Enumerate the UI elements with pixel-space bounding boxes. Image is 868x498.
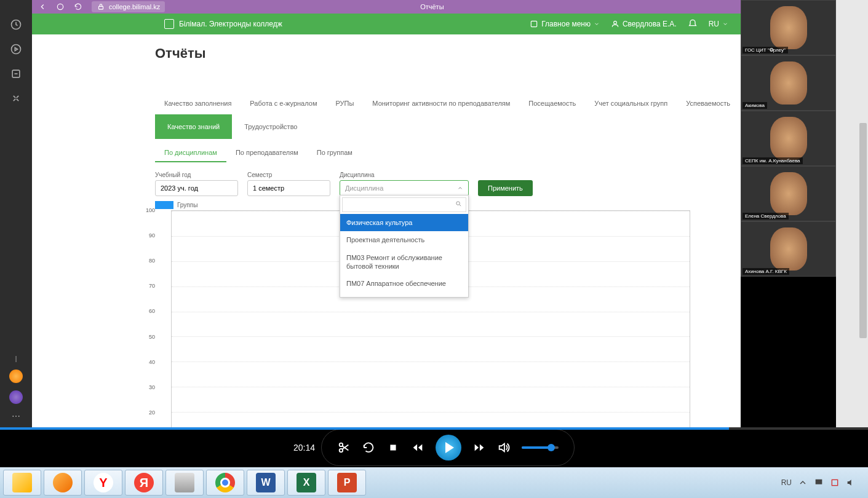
y-tick-label: 30 [149, 384, 155, 390]
stop-icon[interactable] [386, 441, 400, 454]
app-circle-orange-icon[interactable] [9, 370, 23, 383]
report-tab-top[interactable]: Мониторинг активности по преподавателям [363, 92, 519, 114]
volume-icon[interactable] [497, 441, 511, 454]
dropdown-option[interactable]: ПМ07 Аппаратное обеспечение [340, 275, 468, 292]
taskbar-yandex-red[interactable]: Я [125, 470, 163, 496]
year-select[interactable]: 2023 уч. год [155, 180, 238, 196]
expand-icon[interactable] [10, 92, 22, 105]
browser-tab-title: Отчёты [420, 3, 444, 10]
forward-icon[interactable] [472, 441, 486, 454]
video-participant[interactable]: Акимова [741, 55, 836, 111]
volume-slider[interactable] [522, 446, 559, 449]
report-subtab[interactable]: По группам [308, 144, 362, 162]
shield-icon[interactable] [56, 2, 65, 11]
play-circle-icon[interactable] [10, 43, 22, 55]
y-tick-label: 40 [149, 359, 155, 365]
report-tab-top[interactable]: Успеваемость [677, 92, 739, 114]
lock-icon [97, 2, 105, 11]
user-name: Свердлова Е.А. [623, 20, 677, 28]
svg-rect-12 [832, 480, 837, 485]
dropdown-option[interactable]: Физическая культура [340, 214, 468, 231]
chevron-down-icon [594, 21, 600, 27]
rewind-icon[interactable] [411, 441, 424, 454]
browser-toolbar: college.bilimal.kz Отчёты [32, 0, 741, 14]
y-tick-label: 100 [146, 207, 155, 213]
player-controls [321, 429, 575, 466]
taskbar: Y Я W X P RU [0, 467, 868, 498]
svg-point-7 [456, 202, 460, 205]
report-tab-top[interactable]: Качество заполнения [155, 92, 241, 114]
discipline-label: Дисциплина [340, 172, 469, 178]
dropdown-option[interactable]: ПМ03 Ремонт и обслуживание бытовой техни… [340, 249, 468, 275]
app-circle-purple-icon[interactable] [9, 390, 23, 404]
tray-up-icon[interactable] [798, 478, 808, 488]
download-icon[interactable] [10, 68, 22, 80]
volume-thumb[interactable] [547, 444, 555, 451]
y-tick-label: 50 [149, 334, 155, 340]
main-menu-label: Главное меню [541, 20, 591, 28]
site-logo[interactable]: Білімал. Электронды колледж [164, 19, 282, 29]
taskbar-excel[interactable]: X [287, 470, 325, 496]
taskbar-calculator[interactable] [165, 470, 204, 496]
participant-label: СЕПК им. А.Кунанбаева [743, 157, 803, 164]
legend-label: Группы [177, 202, 197, 208]
tray-shield-icon[interactable] [830, 478, 840, 488]
history-icon[interactable] [10, 18, 22, 31]
user-menu[interactable]: Свердлова Е.А. [611, 20, 677, 28]
tray-lang[interactable]: RU [781, 478, 792, 487]
y-tick-label: 20 [149, 409, 155, 416]
report-tab-top[interactable]: Посещаемость [519, 92, 585, 114]
semester-select[interactable]: 1 семестр [247, 180, 330, 196]
video-participant[interactable]: Елена Свердлова [741, 166, 836, 221]
scrollbar-thumb[interactable] [859, 123, 867, 338]
video-participant[interactable]: ГОС ЦИТ "Өрлеу" [741, 0, 836, 55]
dropdown-option[interactable]: БМ03 Основы экономики и [340, 292, 468, 297]
participant-label: Акимова [743, 102, 767, 109]
address-bar[interactable]: college.bilimal.kz [92, 1, 165, 12]
participant-label: ГОС ЦИТ "Өрлеу" [743, 47, 788, 53]
dropdown-search-input[interactable] [342, 197, 466, 212]
legend-swatch [155, 201, 173, 209]
svg-point-6 [614, 21, 617, 24]
taskbar-powerpoint[interactable]: P [328, 470, 366, 496]
search-icon [455, 200, 462, 207]
report-subtab[interactable]: По преподавателям [226, 144, 308, 162]
page-title: Отчёты [155, 45, 741, 61]
bell-icon[interactable] [688, 19, 698, 29]
dropdown-option[interactable]: Проектная деятельность [340, 231, 468, 248]
taskbar-media[interactable] [44, 470, 82, 496]
site-name: Білімал. Электронды колледж [179, 20, 282, 28]
more-icon[interactable]: ⋯ [12, 411, 20, 421]
taskbar-chrome[interactable] [206, 470, 244, 496]
discipline-placeholder: Дисциплина [345, 184, 383, 192]
report-tab-top[interactable]: Учет социальных групп [585, 92, 677, 114]
y-tick-label: 80 [149, 258, 155, 264]
tray-flag-icon[interactable] [814, 478, 824, 488]
taskbar-explorer[interactable] [3, 470, 41, 496]
report-subtab[interactable]: По дисциплинам [155, 144, 226, 162]
player-time: 20:14 [293, 443, 315, 453]
reload-icon[interactable] [74, 2, 82, 11]
tray-volume-icon[interactable] [846, 478, 856, 488]
scissors-icon[interactable] [337, 441, 351, 454]
back-icon[interactable] [38, 2, 47, 11]
loop-icon[interactable] [362, 441, 375, 454]
sidebar-divider: | [15, 355, 17, 362]
report-tab-main[interactable]: Трудоустройство [232, 114, 309, 139]
lang-switcher[interactable]: RU [709, 20, 728, 28]
main-menu-link[interactable]: Главное меню [530, 20, 600, 28]
video-participant[interactable]: Ахинова А.Г. КВГК [741, 221, 836, 277]
play-button[interactable] [436, 435, 461, 460]
taskbar-yandex[interactable]: Y [84, 470, 122, 496]
apply-button[interactable]: Применить [478, 180, 533, 196]
report-tab-main[interactable]: Качество знаний [155, 114, 232, 139]
discipline-select[interactable]: Дисциплина [340, 180, 469, 196]
logo-icon [164, 19, 174, 29]
video-participant[interactable]: СЕПК им. А.Кунанбаева [741, 111, 836, 166]
chevron-down-icon [722, 21, 728, 27]
progress-bar[interactable] [0, 427, 868, 430]
taskbar-word[interactable]: W [247, 470, 285, 496]
y-tick-label: 90 [149, 232, 155, 239]
report-tab-top[interactable]: Работа с е-журналом [241, 92, 326, 114]
report-tab-top[interactable]: РУПы [326, 92, 363, 114]
